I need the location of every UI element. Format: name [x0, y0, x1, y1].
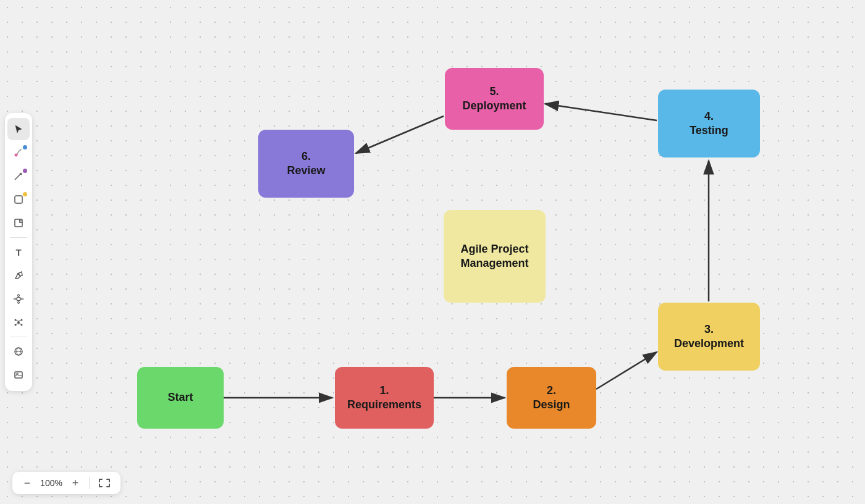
svg-point-15	[17, 321, 20, 324]
image-tool[interactable]	[7, 364, 30, 386]
svg-point-14	[22, 298, 23, 300]
svg-point-11	[18, 295, 20, 296]
shape-tool[interactable]	[7, 188, 30, 211]
svg-rect-27	[15, 372, 22, 378]
paint-tool[interactable]	[7, 141, 30, 164]
node-deployment-label2: Deployment	[462, 99, 526, 113]
fit-view-button[interactable]	[96, 476, 113, 490]
component-tool[interactable]	[7, 288, 30, 310]
svg-line-5	[545, 104, 657, 120]
node-review-label1: 6.	[302, 149, 311, 164]
toolbar: T	[5, 113, 32, 391]
node-design-label1: 2.	[547, 384, 556, 398]
svg-line-3	[596, 352, 657, 389]
node-development-label1: 3.	[704, 322, 714, 337]
zoom-out-button[interactable]: −	[20, 476, 35, 490]
svg-line-20	[16, 321, 19, 321]
svg-point-10	[17, 297, 20, 301]
bottom-toolbar: − 100% +	[12, 472, 120, 494]
text-tool[interactable]: T	[7, 241, 30, 263]
sticky-tool[interactable]	[7, 212, 30, 234]
node-deployment[interactable]: 5. Deployment	[445, 68, 544, 130]
arrows-svg	[0, 0, 865, 504]
node-agile-label2: Management	[460, 256, 528, 271]
node-requirements[interactable]: 1. Requirements	[335, 367, 434, 429]
node-development[interactable]: 3. Development	[658, 303, 760, 371]
zoom-level: 100%	[40, 478, 63, 488]
globe-tool[interactable]	[7, 340, 30, 363]
zoom-in-button[interactable]: +	[68, 476, 83, 490]
node-testing-label2: Testing	[690, 124, 728, 138]
node-requirements-label1: 1.	[379, 384, 389, 398]
node-agile-label1: Agile Project	[460, 242, 528, 256]
node-testing[interactable]: 4. Testing	[658, 90, 760, 158]
svg-line-6	[356, 116, 444, 153]
node-development-label2: Development	[674, 337, 744, 351]
node-requirements-label2: Requirements	[347, 398, 421, 412]
node-start-label: Start	[167, 390, 193, 405]
node-testing-label1: 4.	[704, 109, 714, 124]
svg-line-21	[19, 321, 21, 321]
canvas: Start 1. Requirements 2. Design 3. Devel…	[0, 0, 865, 504]
node-deployment-label1: 5.	[489, 85, 499, 99]
node-review[interactable]: 6. Review	[258, 130, 354, 198]
svg-line-23	[19, 324, 21, 324]
eraser-tool[interactable]	[7, 264, 30, 287]
zoom-divider	[89, 477, 90, 489]
pen-tool[interactable]	[7, 165, 30, 187]
select-tool[interactable]	[7, 118, 30, 140]
node-start[interactable]: Start	[137, 367, 224, 429]
node-design[interactable]: 2. Design	[507, 367, 596, 429]
node-review-label2: Review	[287, 164, 325, 178]
svg-point-13	[14, 298, 16, 300]
svg-rect-8	[15, 196, 22, 203]
node-agile[interactable]: Agile Project Management	[444, 210, 546, 303]
node-design-label2: Design	[533, 398, 570, 412]
svg-point-12	[18, 302, 20, 304]
svg-line-22	[16, 324, 19, 324]
network-tool[interactable]	[7, 311, 30, 334]
